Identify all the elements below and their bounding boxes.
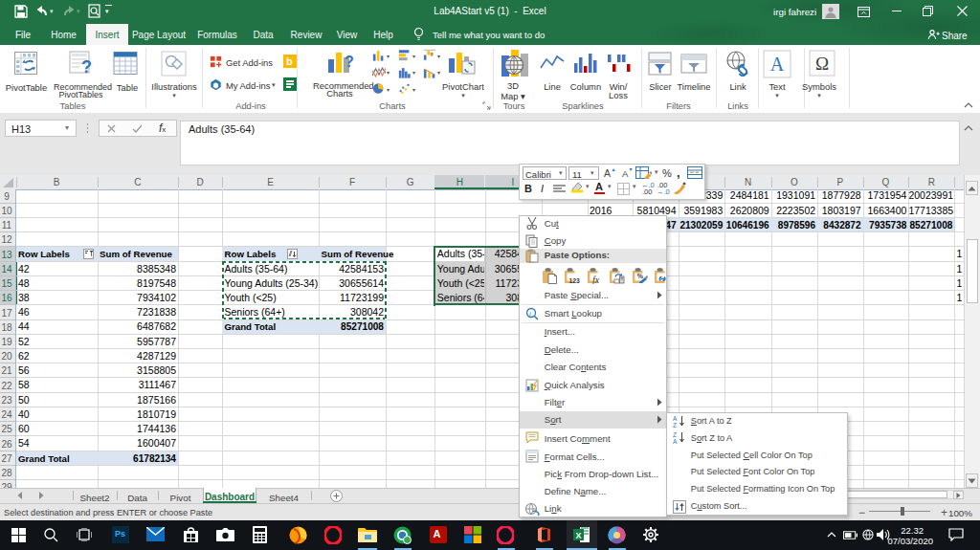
svg-text:Ω: Ω [815, 54, 829, 74]
svg-text:i: i [529, 310, 531, 318]
svg-text:Z: Z [673, 422, 677, 428]
svg-text:Z: Z [673, 431, 677, 438]
svg-text:A: A [673, 415, 678, 422]
svg-text:A: A [673, 438, 678, 444]
svg-text:?: ? [345, 54, 354, 70]
svg-text:%: % [636, 273, 643, 279]
svg-text:fx: fx [592, 275, 600, 285]
svg-text:123: 123 [569, 277, 581, 284]
svg-text:?: ? [81, 57, 92, 77]
svg-text:A: A [770, 54, 785, 75]
svg-text:X: X [575, 531, 581, 540]
